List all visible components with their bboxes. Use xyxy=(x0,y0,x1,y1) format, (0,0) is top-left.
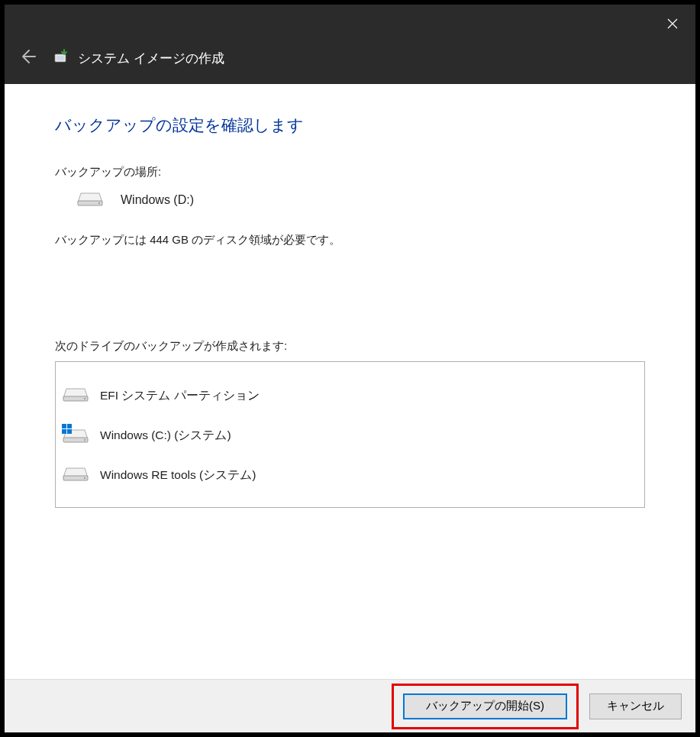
content-area: バックアップの設定を確認します バックアップの場所: Windows (D:) … xyxy=(5,84,695,679)
svg-point-3 xyxy=(98,202,100,204)
drive-row: Windows (C:) (システム) xyxy=(62,415,638,455)
drive-name: Windows RE tools (システム) xyxy=(100,467,256,483)
drives-list-label: 次のドライブのバックアップが作成されます: xyxy=(55,339,645,354)
backup-location-row: Windows (D:) xyxy=(76,190,645,210)
svg-rect-8 xyxy=(62,424,66,428)
drives-list: EFI システム パーティション xyxy=(55,361,645,508)
close-icon xyxy=(667,18,678,29)
svg-point-5 xyxy=(84,398,85,399)
backup-location-label: バックアップの場所: xyxy=(55,165,645,179)
drive-row: EFI システム パーティション xyxy=(62,376,638,415)
back-arrow-icon xyxy=(18,47,37,66)
back-button[interactable] xyxy=(18,47,37,69)
drive-row: Windows RE tools (システム) xyxy=(62,455,638,495)
backup-size-text: バックアップには 444 GB のディスク領域が必要です。 xyxy=(55,233,645,247)
svg-point-13 xyxy=(84,477,85,479)
start-backup-button[interactable]: バックアップの開始(S) xyxy=(403,693,567,719)
backup-location-name: Windows (D:) xyxy=(121,193,194,207)
titlebar: システム イメージの作成 xyxy=(5,5,695,84)
drive-icon xyxy=(62,386,89,406)
svg-rect-1 xyxy=(56,56,64,60)
dialog-footer: バックアップの開始(S) キャンセル xyxy=(5,679,695,732)
drive-icon xyxy=(62,465,89,485)
cancel-button[interactable]: キャンセル xyxy=(589,693,682,719)
close-button[interactable] xyxy=(650,5,695,43)
page-heading: バックアップの設定を確認します xyxy=(55,115,645,136)
highlight-annotation: バックアップの開始(S) xyxy=(392,684,579,729)
drive-name: EFI システム パーティション xyxy=(100,388,260,404)
svg-rect-11 xyxy=(67,429,72,434)
drive-icon xyxy=(76,190,104,210)
windows-drive-icon xyxy=(62,424,89,447)
window-title: システム イメージの作成 xyxy=(78,50,224,67)
dialog-window: システム イメージの作成 バックアップの設定を確認します バックアップの場所: … xyxy=(5,5,695,732)
svg-point-7 xyxy=(84,439,85,441)
svg-rect-9 xyxy=(67,424,72,428)
app-icon xyxy=(53,48,70,68)
drive-name: Windows (C:) (システム) xyxy=(100,428,231,444)
svg-rect-10 xyxy=(62,429,66,434)
